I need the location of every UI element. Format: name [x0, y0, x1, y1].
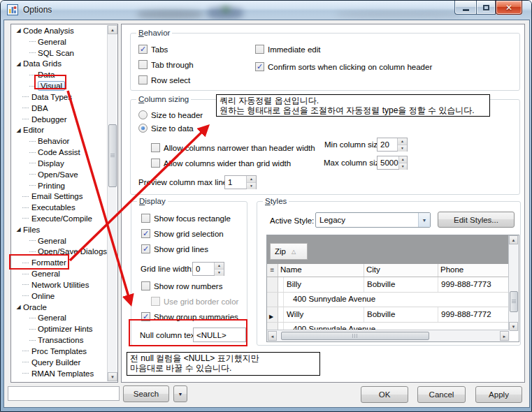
- tree-item-general[interactable]: General: [11, 36, 108, 47]
- checkbox-show-focus-rectangle[interactable]: Show focus rectangle: [141, 214, 231, 223]
- checkbox-label: Show row numbers: [154, 282, 222, 290]
- tree-item-editor[interactable]: ◢Editor: [11, 124, 108, 135]
- tree-expand-icon[interactable]: ◢: [15, 304, 22, 310]
- behavior-group-label: Behavior: [136, 29, 172, 37]
- spin-down-icon[interactable]: ▼: [399, 163, 407, 170]
- checkbox-icon[interactable]: ✓: [255, 62, 264, 71]
- tree-item-behavior[interactable]: Behavior: [11, 135, 108, 147]
- tree-item-data-grids[interactable]: ◢Data Grids: [11, 58, 108, 69]
- tree-item-open-save[interactable]: Open/Save: [11, 169, 108, 180]
- search-input[interactable]: [8, 386, 120, 401]
- apply-button[interactable]: Apply: [475, 386, 522, 403]
- checkbox-confirm-sorts[interactable]: ✓ Confirm sorts when clicking on column …: [255, 62, 432, 71]
- spin-up-icon[interactable]: ▲: [399, 156, 407, 163]
- spin-down-icon[interactable]: ▼: [398, 145, 407, 152]
- tree-item-executables[interactable]: Executables: [11, 202, 108, 213]
- checkbox-icon[interactable]: ✓: [141, 229, 150, 238]
- tree-item-debugger[interactable]: Debugger: [11, 114, 108, 125]
- tree-expand-icon[interactable]: ◢: [15, 27, 22, 34]
- min-column-size-spinner[interactable]: 20 ▲▼: [377, 138, 408, 152]
- tree-scrollbar[interactable]: ▲ ▼: [107, 25, 117, 381]
- checkbox-icon[interactable]: ✓: [141, 244, 150, 253]
- options-window: Options ✕ ◢Code AnalysisGeneralSQL Scan◢…: [0, 0, 532, 412]
- tree-item-sql-scan[interactable]: SQL Scan: [11, 47, 108, 59]
- grid-line-width-spinner[interactable]: 0 ▲▼: [192, 262, 224, 276]
- checkbox-icon[interactable]: [151, 159, 160, 168]
- grid-summary-row: 400 Sunnydale Avenue: [267, 293, 510, 307]
- tree-item-data-types[interactable]: Data Types: [11, 91, 108, 103]
- radio-icon[interactable]: [138, 110, 148, 119]
- checkbox-tabs[interactable]: ✓ Tabs: [138, 45, 168, 54]
- tree-item-printing[interactable]: Printing: [11, 180, 108, 191]
- tree-item-label: Optimizer Hints: [38, 325, 93, 333]
- checkbox-icon[interactable]: [141, 281, 150, 290]
- tree-item-online[interactable]: Online: [11, 290, 108, 302]
- spinner-value: 1: [225, 176, 246, 189]
- preview-max-lines-spinner[interactable]: 1 ▲▼: [224, 175, 257, 189]
- tree-item-general[interactable]: General: [11, 235, 108, 247]
- scroll-down-icon[interactable]: ▼: [108, 372, 117, 381]
- radio-icon[interactable]: [138, 124, 148, 133]
- tree-item-general[interactable]: General: [11, 313, 108, 324]
- tree-connector: [22, 274, 29, 274]
- checkbox-row-select[interactable]: Row select: [138, 75, 190, 84]
- scroll-up-icon[interactable]: ▲: [108, 25, 117, 34]
- checkbox-show-grid-lines[interactable]: ✓ Show grid lines: [141, 244, 208, 253]
- column-sizing-group-label: Column sizing: [136, 95, 191, 103]
- checkbox-icon[interactable]: [255, 45, 264, 54]
- tree-item-query-builder[interactable]: Query Builder: [11, 357, 108, 368]
- tree-item-optimizer-hints[interactable]: Optimizer Hints: [11, 323, 108, 334]
- checkbox-show-row-numbers[interactable]: Show row numbers: [141, 281, 222, 290]
- tree-item-display[interactable]: Display: [11, 158, 108, 169]
- radio-size-to-header[interactable]: Size to header: [138, 110, 203, 119]
- spin-down-icon[interactable]: ▼: [247, 183, 256, 189]
- tree-expand-icon[interactable]: ◢: [15, 127, 22, 133]
- search-button[interactable]: Search: [123, 385, 169, 402]
- tree-expand-icon[interactable]: ◢: [15, 61, 22, 67]
- tree-item-transactions[interactable]: Transactions: [11, 334, 108, 346]
- tree-item-proc-templates[interactable]: Proc Templates: [11, 346, 108, 357]
- titlebar[interactable]: Options ✕: [1, 1, 531, 20]
- radio-size-to-data[interactable]: Size to data: [138, 124, 194, 133]
- tree-scrollbar-thumb[interactable]: [108, 124, 117, 187]
- checkbox-immediate-edit[interactable]: Immediate edit: [255, 45, 320, 54]
- checkbox-show-grid-selection[interactable]: ✓ Show grid selection: [141, 229, 224, 238]
- spin-down-icon[interactable]: ▼: [215, 270, 224, 276]
- spin-up-icon[interactable]: ▲: [398, 138, 407, 145]
- combo-arrow-icon[interactable]: ▼: [418, 213, 430, 227]
- checkbox-icon[interactable]: ✓: [138, 45, 148, 54]
- tree-item-general[interactable]: General: [11, 268, 108, 279]
- tree-item-code-assist[interactable]: Code Assist: [11, 147, 108, 158]
- tree-item-execute-compile[interactable]: Execute/Compile: [11, 213, 108, 224]
- checkbox-icon[interactable]: [138, 60, 148, 69]
- cancel-button[interactable]: Cancel: [417, 386, 466, 403]
- checkbox-allow-wider[interactable]: Allow columns wider than grid width: [151, 159, 291, 168]
- spin-up-icon[interactable]: ▲: [215, 263, 224, 270]
- active-style-combo[interactable]: Legacy ▼: [315, 212, 431, 228]
- tree-item-files[interactable]: ◢Files: [11, 224, 108, 235]
- spinner-value: 20: [378, 138, 397, 151]
- checkbox-tab-through[interactable]: Tab through: [138, 60, 194, 69]
- checkbox-icon[interactable]: [151, 143, 160, 152]
- tree-item-dba[interactable]: DBA: [11, 103, 108, 114]
- tree-item-email-settings[interactable]: Email Settings: [11, 191, 108, 202]
- checkbox-icon[interactable]: [141, 214, 150, 223]
- max-column-size-spinner[interactable]: 5000 ▲▼: [377, 156, 408, 170]
- preview-vscroll-thumb: [510, 291, 518, 312]
- tree-item-rman-templates[interactable]: RMAN Templates: [11, 368, 108, 379]
- spin-up-icon[interactable]: ▲: [247, 176, 256, 183]
- checkbox-icon[interactable]: [138, 75, 148, 84]
- behavior-group: Behavior ✓ Tabs Tab through Row select I…: [130, 33, 520, 91]
- tree-item-oracle[interactable]: ◢Oracle: [11, 302, 108, 313]
- tree-expand-icon[interactable]: ◢: [15, 226, 22, 233]
- minimize-button[interactable]: [454, 1, 476, 15]
- tree-item-network-utilities[interactable]: Network Utilities: [11, 279, 108, 290]
- ok-button[interactable]: OK: [361, 386, 408, 403]
- edit-styles-button[interactable]: Edit Styles...: [438, 212, 515, 228]
- radio-label: Size to header: [151, 111, 203, 119]
- search-dropdown-button[interactable]: ▼: [173, 385, 187, 402]
- maximize-button[interactable]: [476, 1, 496, 15]
- close-button[interactable]: ✕: [496, 1, 522, 15]
- tree-item-code-analysis[interactable]: ◢Code Analysis: [11, 25, 108, 36]
- checkbox-allow-narrower[interactable]: Allow columns narrower than header width: [151, 143, 315, 152]
